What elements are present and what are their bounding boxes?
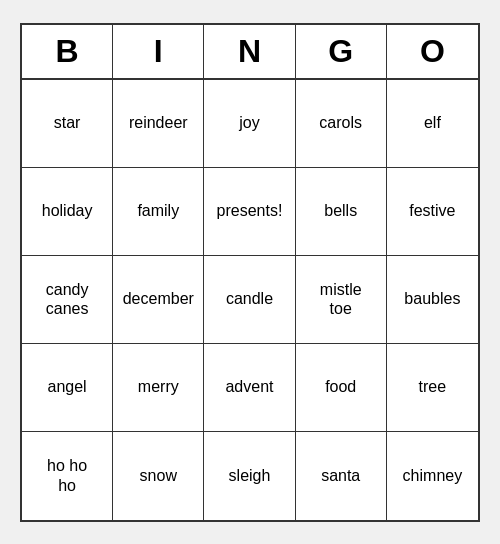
header-letter: N bbox=[204, 25, 295, 78]
cell-text: advent bbox=[225, 377, 273, 396]
cell-text: star bbox=[54, 113, 81, 132]
bingo-cell: baubles bbox=[387, 256, 478, 344]
header-letter: G bbox=[296, 25, 387, 78]
cell-text: snow bbox=[140, 466, 177, 485]
bingo-cell: snow bbox=[113, 432, 204, 520]
bingo-cell: tree bbox=[387, 344, 478, 432]
cell-text: tree bbox=[419, 377, 447, 396]
bingo-cell: santa bbox=[296, 432, 387, 520]
bingo-cell: candle bbox=[204, 256, 295, 344]
bingo-cell: angel bbox=[22, 344, 113, 432]
bingo-cell: festive bbox=[387, 168, 478, 256]
cell-text: candle bbox=[226, 289, 273, 308]
cell-text: angel bbox=[48, 377, 87, 396]
header-letter: B bbox=[22, 25, 113, 78]
bingo-cell: holiday bbox=[22, 168, 113, 256]
cell-text: ho hoho bbox=[47, 456, 87, 494]
cell-text: bells bbox=[324, 201, 357, 220]
bingo-cell: elf bbox=[387, 80, 478, 168]
cell-text: december bbox=[123, 289, 194, 308]
bingo-cell: bells bbox=[296, 168, 387, 256]
bingo-cell: december bbox=[113, 256, 204, 344]
cell-text: holiday bbox=[42, 201, 93, 220]
bingo-cell: merry bbox=[113, 344, 204, 432]
cell-text: carols bbox=[319, 113, 362, 132]
header-letter: O bbox=[387, 25, 478, 78]
bingo-cell: star bbox=[22, 80, 113, 168]
bingo-cell: mistletoe bbox=[296, 256, 387, 344]
bingo-grid: starreindeerjoycarolselfholidayfamilypre… bbox=[22, 80, 478, 520]
bingo-header: BINGO bbox=[22, 25, 478, 80]
bingo-cell: reindeer bbox=[113, 80, 204, 168]
cell-text: baubles bbox=[404, 289, 460, 308]
bingo-cell: presents! bbox=[204, 168, 295, 256]
bingo-cell: family bbox=[113, 168, 204, 256]
bingo-card: BINGO starreindeerjoycarolselfholidayfam… bbox=[20, 23, 480, 522]
bingo-cell: food bbox=[296, 344, 387, 432]
bingo-cell: candycanes bbox=[22, 256, 113, 344]
cell-text: elf bbox=[424, 113, 441, 132]
header-letter: I bbox=[113, 25, 204, 78]
cell-text: candycanes bbox=[46, 280, 89, 318]
cell-text: sleigh bbox=[229, 466, 271, 485]
cell-text: festive bbox=[409, 201, 455, 220]
cell-text: reindeer bbox=[129, 113, 188, 132]
bingo-cell: ho hoho bbox=[22, 432, 113, 520]
bingo-cell: sleigh bbox=[204, 432, 295, 520]
bingo-cell: chimney bbox=[387, 432, 478, 520]
cell-text: mistletoe bbox=[320, 280, 362, 318]
cell-text: family bbox=[137, 201, 179, 220]
cell-text: presents! bbox=[217, 201, 283, 220]
bingo-cell: advent bbox=[204, 344, 295, 432]
bingo-cell: joy bbox=[204, 80, 295, 168]
cell-text: joy bbox=[239, 113, 259, 132]
cell-text: merry bbox=[138, 377, 179, 396]
cell-text: santa bbox=[321, 466, 360, 485]
cell-text: food bbox=[325, 377, 356, 396]
cell-text: chimney bbox=[403, 466, 463, 485]
bingo-cell: carols bbox=[296, 80, 387, 168]
